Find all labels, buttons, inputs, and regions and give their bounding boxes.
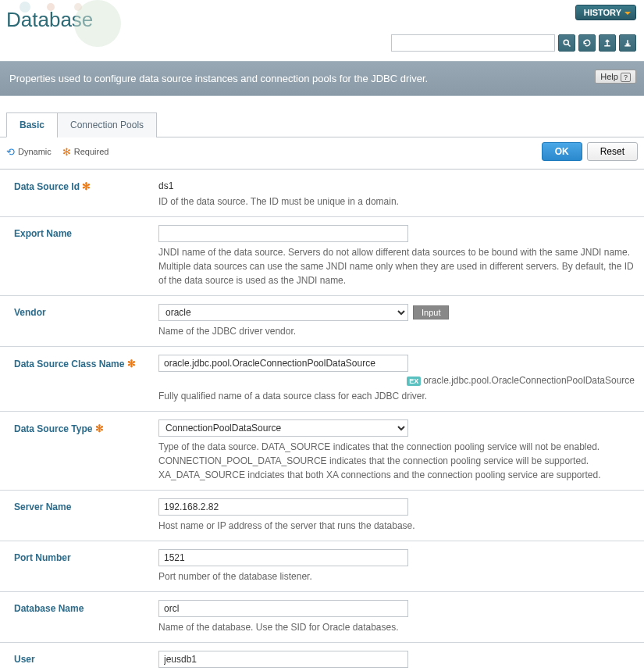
required-icon: ✻ [62, 146, 71, 158]
label-ds-type: Data Source Type ✻ [14, 419, 158, 482]
label-vendor: Vendor [14, 304, 158, 338]
help-database-name: Name of the database. Use the SID for Or… [158, 620, 638, 634]
input-server-name[interactable] [158, 498, 408, 516]
decor-circle [20, 2, 30, 12]
reset-button[interactable]: Reset [587, 142, 638, 161]
label-port-number: Port Number [14, 549, 158, 584]
help-data-source-id: ID of the data source. The ID must be un… [158, 195, 638, 209]
history-button[interactable]: HISTORY [575, 5, 636, 20]
help-port-number: Port number of the database listener. [158, 569, 638, 584]
required-icon: ✻ [95, 423, 104, 434]
search-icon[interactable] [558, 34, 575, 52]
label-server-name: Server Name [14, 498, 158, 533]
dynamic-icon: ⟲ [6, 146, 15, 158]
label-ds-class-name: Data Source Class Name ✻ [14, 355, 158, 403]
input-ds-class-name[interactable] [158, 355, 408, 372]
refresh-icon[interactable] [578, 34, 596, 52]
tab-connection-pools[interactable]: Connection Pools [57, 112, 157, 137]
decor-circle [74, 3, 82, 11]
required-icon: ✻ [127, 358, 136, 369]
input-database-name[interactable] [158, 600, 408, 617]
svg-line-1 [568, 45, 571, 47]
svg-point-0 [564, 40, 568, 45]
help-export-name: JNDI name of the data source. Servers do… [158, 245, 638, 287]
help-button[interactable]: Help ? [595, 70, 636, 84]
help-server-name: Host name or IP address of the server th… [158, 519, 638, 533]
select-ds-type[interactable]: ConnectionPoolDataSource [158, 419, 408, 437]
input-user[interactable] [158, 651, 408, 668]
page-description-bar: Properties used to configure data source… [0, 61, 644, 96]
help-icon: ? [621, 73, 631, 82]
legend-required: ✻Required [62, 146, 109, 158]
legend-dynamic: ⟲Dynamic [6, 146, 52, 158]
help-vendor: Name of the JDBC driver vendor. [158, 324, 638, 338]
help-ds-type: Type of the data source. DATA_SOURCE ind… [158, 440, 638, 482]
label-export-name: Export Name [14, 225, 158, 287]
value-data-source-id: ds1 [158, 177, 638, 191]
label-database-name: Database Name [14, 600, 158, 634]
page-description: Properties used to configure data source… [9, 73, 428, 84]
decor-circle [47, 3, 55, 11]
label-data-source-id: Data Source Id ✻ [14, 177, 158, 209]
tab-basic[interactable]: Basic [6, 112, 58, 137]
input-port-number[interactable] [158, 549, 408, 566]
ok-button[interactable]: OK [542, 142, 582, 161]
select-vendor[interactable]: oracle [158, 304, 408, 321]
label-user: User [14, 651, 158, 671]
search-input[interactable] [391, 34, 555, 52]
input-export-name[interactable] [158, 225, 408, 242]
ex-badge: EX [407, 377, 421, 386]
help-ds-class-name: Fully qualified name of a data source cl… [158, 389, 638, 403]
import-icon[interactable] [619, 34, 636, 52]
export-icon[interactable] [599, 34, 616, 52]
ex-ds-class-name: oracle.jdbc.pool.OracleConnectionPoolDat… [423, 375, 635, 386]
required-icon: ✻ [82, 180, 91, 192]
tabs: Basic Connection Pools [0, 112, 644, 137]
vendor-input-button[interactable]: Input [413, 305, 449, 319]
